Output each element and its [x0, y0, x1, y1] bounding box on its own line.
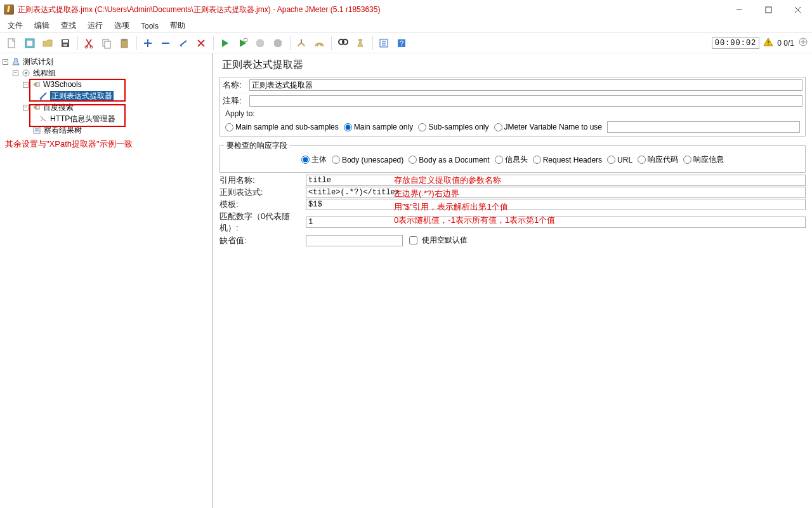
collapse-button[interactable] [157, 35, 174, 51]
thread-counter: 0 0/1 [777, 39, 794, 48]
stop-button[interactable] [252, 35, 268, 51]
menu-edit[interactable]: 编辑 [29, 19, 55, 32]
svg-rect-27 [36, 105, 39, 109]
cut-button[interactable] [81, 35, 97, 51]
menu-help[interactable]: 帮助 [165, 19, 190, 32]
response-field-group: 要检查的响应字段 主体 Body (unescaped) Body as a D… [219, 140, 806, 173]
panel-title: 正则表达式提取器 [222, 58, 806, 72]
rf-body-doc[interactable]: Body as a Document [409, 156, 489, 164]
results-icon [32, 125, 42, 135]
name-input[interactable] [249, 79, 802, 91]
applyto-sub-only[interactable]: Sub-samples only [418, 123, 488, 131]
tree-baidu[interactable]: − 百度搜索 [3, 102, 210, 113]
tree-threadgroup[interactable]: − 线程组 [3, 67, 210, 79]
svg-rect-10 [105, 41, 110, 48]
window-title: 正则表达式提取器.jmx (C:\Users\Admin\Documents\正… [18, 4, 724, 15]
svg-rect-6 [63, 44, 67, 46]
rf-body-unescaped[interactable]: Body (unescaped) [332, 156, 403, 164]
save-button[interactable] [57, 35, 74, 51]
tree-testplan[interactable]: − 测试计划 [3, 56, 210, 67]
svg-rect-28 [34, 127, 40, 133]
paste-button[interactable] [116, 35, 133, 51]
svg-rect-3 [27, 41, 32, 46]
menu-run[interactable]: 运行 [82, 19, 108, 32]
tree-regex-extractor[interactable]: 正则表达式提取器 [3, 90, 210, 102]
reset-search-button[interactable] [352, 35, 369, 51]
template-input[interactable] [306, 199, 806, 210]
svg-rect-0 [766, 7, 771, 13]
tree-header-manager[interactable]: HTTP信息头管理器 [3, 113, 210, 124]
svg-point-25 [25, 72, 27, 74]
svg-rect-5 [63, 40, 68, 43]
disable-button[interactable] [193, 35, 209, 51]
rf-url[interactable]: URL [607, 156, 632, 164]
svg-point-17 [358, 39, 362, 41]
thread-icon [21, 68, 31, 78]
clear-button[interactable] [293, 35, 310, 51]
tree-w3schools[interactable]: − W3Schools [3, 79, 210, 90]
default-label: 缺省值: [219, 235, 306, 246]
shutdown-button[interactable] [270, 35, 286, 51]
regex-label: 正则表达式: [219, 187, 306, 198]
collapse-icon[interactable]: − [23, 105, 29, 110]
test-plan-tree[interactable]: − 测试计划 − 线程组 − W3Schools 正则表达式提取器 − 百度搜索 [0, 53, 213, 508]
toggle-button[interactable] [175, 35, 192, 51]
search-button[interactable] [334, 35, 351, 51]
default-input[interactable] [306, 235, 403, 246]
menu-options[interactable]: 选项 [109, 19, 134, 32]
function-helper-button[interactable] [376, 35, 392, 51]
toolbar: ? 00:00:02 0 0/1 [0, 33, 812, 53]
regex-input[interactable] [306, 187, 806, 198]
svg-rect-14 [301, 39, 302, 43]
regex-icon [38, 91, 48, 101]
applyto-var-input[interactable] [607, 121, 800, 133]
expand-button[interactable] [140, 35, 156, 51]
name-comment-group: 名称: 注释: Apply to: Main sample and sub-sa… [219, 77, 806, 137]
svg-rect-26 [36, 83, 39, 86]
svg-rect-12 [122, 39, 126, 41]
start-notimers-button[interactable] [234, 35, 251, 51]
svg-rect-22 [768, 44, 769, 44]
collapse-icon[interactable]: − [13, 70, 18, 76]
rf-body[interactable]: 主体 [301, 154, 327, 165]
expand-view-icon[interactable] [798, 37, 808, 49]
svg-rect-21 [768, 41, 769, 43]
templates-button[interactable] [22, 35, 38, 51]
applyto-main-only[interactable]: Main sample only [344, 123, 413, 131]
rf-msg[interactable]: 响应信息 [683, 154, 724, 165]
response-field-legend: 要检查的响应字段 [224, 140, 290, 151]
comment-label: 注释: [223, 95, 249, 107]
rf-code[interactable]: 响应代码 [638, 154, 678, 165]
collapse-icon[interactable]: − [3, 59, 8, 65]
jmeter-app-icon [4, 4, 14, 15]
collapse-icon[interactable]: − [23, 82, 29, 88]
menu-file[interactable]: 文件 [3, 19, 28, 32]
template-label: 模板: [219, 199, 306, 210]
ref-name-input[interactable] [306, 175, 806, 186]
header-icon [38, 114, 48, 124]
minimize-button[interactable] [724, 0, 754, 19]
match-input[interactable] [306, 217, 806, 228]
maximize-button[interactable] [754, 0, 783, 19]
start-button[interactable] [216, 35, 233, 51]
applyto-var[interactable]: JMeter Variable Name to use [494, 123, 603, 131]
new-button[interactable] [4, 35, 20, 51]
menu-tools[interactable]: Tools [136, 20, 164, 32]
menu-search[interactable]: 查找 [56, 19, 81, 32]
comment-input[interactable] [249, 95, 802, 107]
name-label: 名称: [223, 79, 249, 91]
rf-req-headers[interactable]: Request Headers [533, 156, 602, 164]
apply-to-legend: Apply to: [220, 108, 805, 119]
help-button[interactable]: ? [393, 35, 410, 51]
default-empty-checkbox[interactable]: 使用空默认值 [407, 234, 468, 246]
rf-headers[interactable]: 信息头 [495, 154, 528, 165]
beaker-icon [11, 57, 21, 67]
tree-view-results[interactable]: 察看结果树 [3, 124, 210, 136]
applyto-main-sub[interactable]: Main sample and sub-samples [225, 123, 339, 131]
close-button[interactable] [783, 0, 812, 19]
open-button[interactable] [39, 35, 56, 51]
clearall-button[interactable] [311, 35, 327, 51]
copy-button[interactable] [98, 35, 115, 51]
warning-icon [763, 37, 773, 49]
elapsed-time: 00:00:02 [712, 37, 760, 49]
